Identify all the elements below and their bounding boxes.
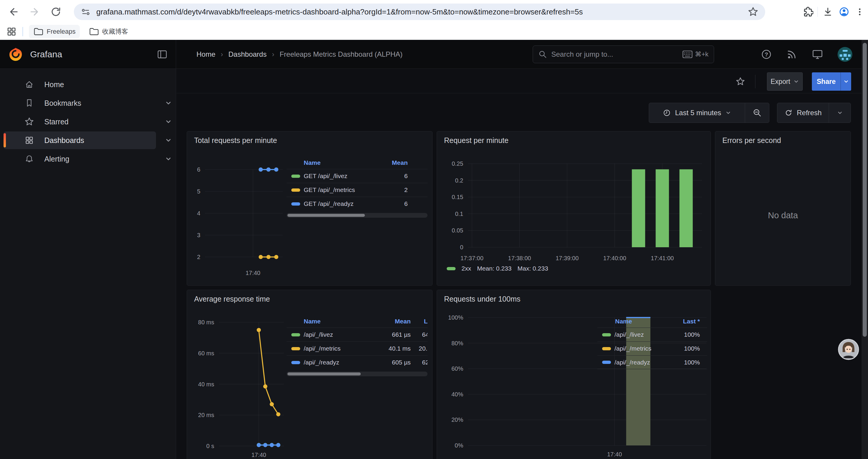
sidebar-item-dashboards[interactable]: Dashboards xyxy=(4,131,156,149)
legend-col-name[interactable]: Name xyxy=(615,318,632,325)
url-bar[interactable]: grafana.mathmast.com/d/deytv4rwavabkb/fr… xyxy=(74,4,765,20)
sidebar-item-home[interactable]: Home xyxy=(4,76,156,93)
bookmark-folder-blogs[interactable]: 收藏博客 xyxy=(85,25,132,38)
chevron-down-icon[interactable] xyxy=(164,155,173,163)
bookmark-star-icon[interactable] xyxy=(747,6,759,18)
assistant-avatar[interactable] xyxy=(838,339,859,360)
help-icon[interactable]: ? xyxy=(761,48,772,60)
series-name[interactable]: /api/_/readyz xyxy=(304,359,339,366)
chevron-down-icon[interactable] xyxy=(164,99,173,107)
series-name[interactable]: /api/_/metrics xyxy=(304,345,341,352)
bookmark-folder-freeleaps[interactable]: Freeleaps xyxy=(29,25,80,38)
chevron-down-icon[interactable] xyxy=(164,117,173,126)
keyboard-icon xyxy=(682,51,692,58)
reload-button[interactable] xyxy=(50,6,62,18)
breadcrumb-dashboards[interactable]: Dashboards xyxy=(228,50,267,59)
apps-grid-icon[interactable] xyxy=(6,26,17,37)
share-menu-button[interactable] xyxy=(840,72,851,91)
legend-row[interactable]: /api/_/livez 100% xyxy=(597,328,707,341)
legend-header: Name Mean Last * xyxy=(286,315,428,328)
extensions-icon[interactable] xyxy=(802,6,813,18)
scrollbar-thumb[interactable] xyxy=(863,43,867,337)
favorite-star-icon[interactable] xyxy=(735,76,745,87)
chevron-down-icon xyxy=(793,78,799,85)
legend-col-last[interactable]: Last * xyxy=(424,318,428,325)
series-name[interactable]: /api/_/metrics xyxy=(615,345,651,352)
legend-scrollbar[interactable] xyxy=(286,371,428,376)
time-range-picker[interactable]: Last 5 minutes xyxy=(649,103,745,123)
breadcrumb-home[interactable]: Home xyxy=(196,50,215,59)
sidebar-item-bookmarks[interactable]: Bookmarks xyxy=(4,94,156,112)
series-name[interactable]: GET /api/_/livez xyxy=(304,172,347,179)
legend-col-mean[interactable]: Mean xyxy=(395,318,411,325)
page-scrollbar[interactable] xyxy=(862,40,868,459)
series-name[interactable]: 2xx xyxy=(462,265,471,272)
refresh-interval-button[interactable] xyxy=(829,103,850,123)
series-swatch xyxy=(291,189,300,192)
legend-col-name[interactable]: Name xyxy=(304,159,320,166)
toolbar-right xyxy=(802,4,865,20)
export-button[interactable]: Export xyxy=(767,72,803,91)
panel-title[interactable]: Errors per second xyxy=(722,136,781,145)
legend-col-name[interactable]: Name xyxy=(304,318,320,325)
series-name[interactable]: /api/_/livez xyxy=(615,331,644,338)
share-button[interactable]: Share xyxy=(812,72,840,91)
series-name[interactable]: /api/_/readyz xyxy=(615,359,650,366)
scrollbar-thumb[interactable] xyxy=(287,372,361,375)
series-name[interactable]: GET /api/_/metrics xyxy=(304,186,355,193)
panel-requests-under-100ms: Requests under 100ms 100%80%60%40%20%0%1… xyxy=(437,290,711,459)
profile-icon[interactable] xyxy=(838,6,850,18)
series-swatch xyxy=(291,333,300,336)
legend-row[interactable]: GET /api/_/livez 6 xyxy=(286,169,428,183)
sidebar-item-alerting[interactable]: Alerting xyxy=(4,150,156,168)
news-rss-icon[interactable] xyxy=(786,48,798,60)
breadcrumb-current: Freeleaps Metrics Dashboard (ALPHA) xyxy=(279,50,402,59)
svg-text:60 ms: 60 ms xyxy=(198,350,214,357)
forward-button[interactable] xyxy=(29,6,41,18)
user-avatar[interactable] xyxy=(837,47,852,62)
chevron-down-icon[interactable] xyxy=(164,136,173,145)
series-swatch xyxy=(291,174,300,178)
legend-col-mean[interactable]: Mean xyxy=(392,159,408,166)
panel-errors-per-second: Errors per second No data xyxy=(715,131,851,286)
legend-row[interactable]: GET /api/_/readyz 6 xyxy=(286,197,428,210)
svg-text:100%: 100% xyxy=(448,314,463,321)
reload-icon xyxy=(50,6,62,18)
panel-total-requests: Total requests per minute 6543217:40 Nam… xyxy=(187,131,433,286)
series-name[interactable]: /api/_/livez xyxy=(304,331,333,338)
svg-text:0: 0 xyxy=(460,244,463,251)
legend-row[interactable]: /api/_/readyz 100% xyxy=(597,355,707,369)
legend-row[interactable]: GET /api/_/metrics 2 xyxy=(286,183,428,197)
svg-text:80%: 80% xyxy=(452,340,463,347)
zoom-out-button[interactable] xyxy=(745,103,769,123)
url-text[interactable]: grafana.mathmast.com/d/deytv4rwavabkb/fr… xyxy=(96,7,747,17)
search-icon xyxy=(538,50,547,59)
sidebar-toggle-icon[interactable] xyxy=(157,49,167,60)
back-button[interactable] xyxy=(7,6,20,18)
download-icon[interactable] xyxy=(822,6,834,18)
legend-row[interactable]: /api/_/metrics 40.1 ms 20.5 ms xyxy=(286,341,428,355)
series-name[interactable]: GET /api/_/readyz xyxy=(304,200,354,207)
refresh-button[interactable]: Refresh xyxy=(777,103,829,123)
bar-chart[interactable]: 0.250.20.150.10.05017:37:0017:38:0017:39… xyxy=(437,131,711,286)
legend-row[interactable]: /api/_/livez 661 µs 646 µs xyxy=(286,328,428,341)
sidebar-item-starred[interactable]: Starred xyxy=(4,113,156,131)
bookmarks-bar: Freeleaps 收藏博客 xyxy=(0,24,868,40)
legend-scrollbar[interactable] xyxy=(286,213,428,218)
kiosk-monitor-icon[interactable] xyxy=(811,48,824,61)
home-icon xyxy=(24,79,34,90)
legend-col-last[interactable]: Last * xyxy=(683,318,700,325)
svg-text:5: 5 xyxy=(197,188,200,195)
grafana-logo[interactable] xyxy=(8,47,23,62)
scrollbar-thumb[interactable] xyxy=(287,214,365,217)
time-picker-group: Last 5 minutes xyxy=(649,103,769,123)
series-mean: 6 xyxy=(404,200,408,207)
panel-request-per-minute: Request per minute 0.250.20.150.10.05017… xyxy=(437,131,711,286)
legend-row[interactable]: /api/_/metrics 100% xyxy=(597,341,707,355)
legend-row[interactable]: /api/_/readyz 605 µs 620 µs xyxy=(286,355,428,369)
refresh-icon xyxy=(784,109,793,117)
series-swatch xyxy=(602,347,611,350)
svg-text:80 ms: 80 ms xyxy=(198,319,214,326)
search-input[interactable]: Search or jump to... ⌘+k xyxy=(533,45,714,63)
menu-kebab-icon[interactable] xyxy=(855,6,865,18)
